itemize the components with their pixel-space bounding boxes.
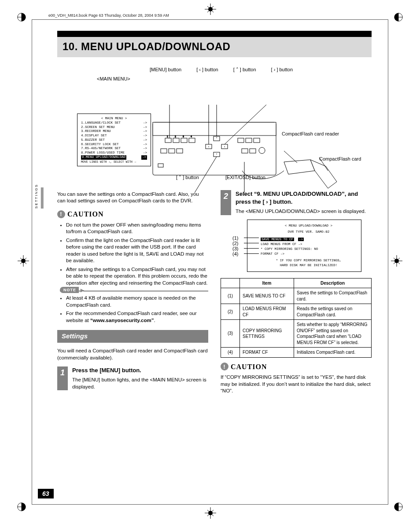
caution2-text: If “COPY MIRRORING SETTINGS” is set to “… <box>221 374 372 395</box>
osd-version: DVR TYPE VER. SAMO-02 <box>261 230 357 235</box>
table-header-item: Item <box>240 278 294 288</box>
page-number: 63 <box>38 489 54 498</box>
svg-text:4: 4 <box>191 135 192 138</box>
svg-text:˅: ˅ <box>216 153 217 157</box>
label-left-button: [ ‹ ] button <box>196 67 218 73</box>
osd-item: 1.LANGUAGE/CLOCK SET <box>81 121 121 125</box>
osd-item: 3.RECORDER MENU <box>81 129 111 134</box>
upload-download-osd: (1) (2) (3) (4) < MENU UPLOAD/DOWNLOAD >… <box>247 220 361 272</box>
page-title: 10. MENU UPLOAD/DOWNLOAD <box>57 37 372 57</box>
svg-rect-23 <box>246 138 252 143</box>
osd-footer: * IF YOU COPY MIRRORING SETTINGS, <box>261 258 357 263</box>
osd-item: 7.RS-485/NETWORK SET <box>81 147 121 151</box>
osd-row: * COPY MIRRORING SETTINGS: NO <box>261 247 357 252</box>
exclamation-icon: ! <box>57 210 65 218</box>
caution-item: Confirm that the light on the CompactFla… <box>66 237 208 264</box>
caution-list: Do not turn the power OFF when saving/lo… <box>60 222 208 287</box>
settings-intro: You will need a CompactFlash card reader… <box>57 348 208 361</box>
crop-line <box>388 19 388 505</box>
svg-point-31 <box>259 147 265 154</box>
side-registration-icon <box>205 507 216 520</box>
title-black-bar <box>57 31 372 37</box>
label-cf-reader: CompactFlash card reader <box>282 131 339 136</box>
svg-line-45 <box>284 151 297 163</box>
caution-badge: ! CAUTION <box>57 209 208 219</box>
osd-item: 6.SECURITY LOCK SET <box>81 143 119 147</box>
caution-badge: ! CAUTION <box>221 362 372 372</box>
main-menu-osd: < MAIN MENU > 1.LANGUAGE/CLOCK SET-> 2.S… <box>77 114 151 166</box>
side-registration-icon <box>18 255 29 268</box>
svg-text:‹: ‹ <box>208 145 210 149</box>
svg-rect-29 <box>250 149 256 153</box>
exclamation-icon: ! <box>221 363 228 370</box>
main-menu-caption: <MAIN MENU> <box>97 76 372 81</box>
crop-line <box>32 504 388 505</box>
registration-mark-icon <box>394 502 403 512</box>
svg-rect-30 <box>158 164 163 167</box>
step-1: 1 Press the [MENU] button. The [MENU] bu… <box>57 366 208 391</box>
svg-text:1: 1 <box>167 135 168 138</box>
settings-heading: Settings <box>57 330 208 342</box>
side-registration-icon <box>391 255 402 268</box>
page-header-meta: e00_VDH_M814.book Page 63 Thursday, Octo… <box>48 13 394 18</box>
description-table: Item Description (1) SAVE MENUS TO CF Sa… <box>221 278 372 358</box>
svg-rect-28 <box>242 149 248 153</box>
osd-footer: MOVE LINES WITH ↕, SELECT WITH → <box>81 161 147 164</box>
side-tab-settings: SETTINGS <box>34 187 44 209</box>
osd-title: < MENU UPLOAD/DOWNLOAD > <box>261 224 357 228</box>
osd-item: 5.BUZZER SET <box>81 138 105 143</box>
svg-rect-24 <box>254 138 260 143</box>
table-row: (2) LOAD MENUS FROM CF Reads the setting… <box>221 304 372 320</box>
intro-text: You can save the settings onto a Compact… <box>57 191 208 205</box>
triangle-icon: ▶ <box>81 287 85 293</box>
svg-rect-25 <box>161 149 167 153</box>
registration-mark-icon <box>394 12 403 22</box>
osd-title: < MAIN MENU > <box>81 117 147 121</box>
osd-item-highlight: 9.MENU UPLOAD/DOWNLOAD <box>81 155 126 160</box>
step-body: The <MENU UPLOAD/DOWNLOAD> screen is dis… <box>236 208 372 215</box>
svg-rect-26 <box>169 149 175 153</box>
table-row: (4) FORMAT CF Initializes CompactFlash c… <box>221 348 372 358</box>
registration-mark-icon <box>17 502 26 512</box>
caution-item: Do not turn the power OFF when saving/lo… <box>66 222 208 235</box>
svg-rect-10 <box>165 138 171 143</box>
table-row: (1) SAVE MENUS TO CF Saves the settings … <box>221 288 372 304</box>
label-up-button: [ ˄ ] button <box>233 67 256 73</box>
note-badge: NOTE▶ <box>60 291 208 293</box>
osd-item: 2.SCREEN SET MENU <box>81 125 115 130</box>
svg-rect-9 <box>153 122 276 136</box>
step-number: 1 <box>57 366 68 391</box>
side-registration-icon <box>205 4 216 17</box>
osd-footer: HARD DISK MAY BE INITIALIZED! <box>261 263 357 268</box>
table-header-desc: Description <box>294 278 372 288</box>
osd-row: LOAD MENUS FROM CF -> <box>261 242 357 247</box>
note-list: At least 4 KB of available memory space … <box>60 295 208 324</box>
label-menu-button: [MENU] button <box>150 67 181 73</box>
osd-row: FORMAT CF -> <box>261 252 357 257</box>
crop-line <box>32 19 388 20</box>
table-row: (3) COPY MIRRORING SETTINGS Sets whether… <box>221 320 372 348</box>
note-item: At least 4 KB of available memory space … <box>66 295 208 308</box>
svg-rect-27 <box>177 149 183 153</box>
svg-marker-43 <box>284 160 315 174</box>
svg-rect-11 <box>173 138 179 143</box>
svg-rect-22 <box>238 138 244 143</box>
svg-rect-13 <box>189 138 195 143</box>
step-number: 2 <box>221 190 231 215</box>
svg-text:3: 3 <box>183 135 184 138</box>
note-item: For the recommended CompactFlash card re… <box>66 310 208 324</box>
label-cf-card: CompactFlash card <box>319 156 361 161</box>
svg-rect-12 <box>181 138 187 143</box>
step-title: Press the [MENU] button. <box>72 366 208 374</box>
crop-line <box>32 19 32 505</box>
svg-text:›: › <box>224 145 225 149</box>
step-2: 2 Select “9. MENU UPLOAD/DOWNLOAD”, and … <box>221 190 372 215</box>
osd-item: 8.POWER LOSS/USED TIME <box>81 151 125 155</box>
step-body: The [MENU] button lights, and the <MAIN … <box>72 377 208 390</box>
svg-text:2: 2 <box>175 135 176 138</box>
label-right-button: [ › ] button <box>271 67 293 73</box>
osd-item: 4.DISPLAY SET <box>81 134 107 138</box>
callout: (4) <box>232 251 238 258</box>
registration-mark-icon <box>17 12 26 22</box>
osd-row-highlight: SAVE MENUS TO CF <box>261 238 294 241</box>
